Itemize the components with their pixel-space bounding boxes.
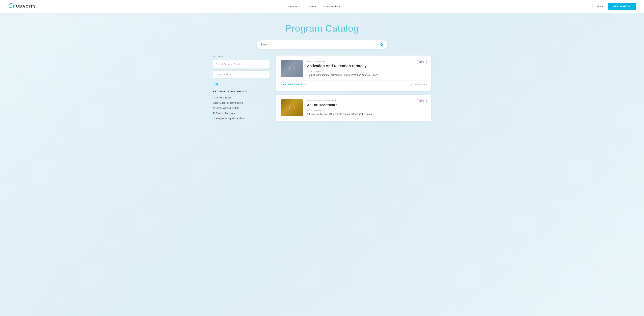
new-badge: NEW	[417, 60, 427, 64]
filter-by-label: FILTER BY	[213, 56, 270, 58]
chevron-down-icon: ▾	[299, 5, 301, 8]
card-top: School of Artificial Intelligence AI For…	[281, 99, 427, 116]
sign-in-link[interactable]: Sign In	[596, 5, 604, 8]
svg-line-1	[382, 45, 383, 46]
skills-text: Product Management, Activation Funnels, …	[307, 73, 427, 77]
search-container	[0, 40, 644, 56]
page-title: Program Catalog	[3, 23, 641, 34]
sidebar-item-ai-business[interactable]: AI for Business Leaders	[213, 105, 270, 110]
sidebar-item-ai-python[interactable]: AI Programming with Python	[213, 116, 270, 121]
main-nav: Programs ▾ Career ▾ For Enterprise ▾	[288, 5, 340, 8]
search-box	[256, 40, 388, 49]
card-content-activation: School of Business Activation And Retent…	[307, 60, 427, 77]
skills-label: Skills Covered	[307, 70, 427, 73]
hero-section: Program Catalog	[0, 13, 644, 40]
logo-text: UDACITY	[16, 4, 36, 8]
udacity-logo-icon	[8, 3, 14, 10]
sidebar-item-ai-product-manager[interactable]: AI Product Manager	[213, 110, 270, 116]
card-thumbnail-ai	[281, 99, 303, 116]
chevron-down-icon: ▾	[265, 63, 266, 66]
search-input[interactable]	[260, 43, 380, 46]
search-button[interactable]	[380, 43, 384, 46]
school-label: School of Business	[307, 60, 427, 63]
nav-right: Sign In GET STARTED	[592, 3, 636, 10]
chevron-down-icon: ▾	[339, 5, 340, 8]
difficulty-area: Intermediate	[410, 83, 427, 86]
search-icon	[380, 43, 384, 46]
program-card-ai-healthcare: NEW School of Artificial Intelligence AI…	[276, 94, 431, 121]
card-top: School of Business Activation And Retent…	[281, 60, 427, 77]
new-badge: NEW	[417, 99, 427, 103]
main-content: FILTER BY Select Program Details ▾ Indus…	[204, 56, 440, 131]
udacity-thumb-icon	[288, 65, 296, 72]
all-filter-label[interactable]: ALL	[213, 83, 220, 86]
chevron-down-icon: ▾	[265, 73, 266, 76]
skills-text: Artificial Intelligence, 2D Medical Imag…	[307, 112, 427, 116]
industry-skills-dropdown[interactable]: Industry Skills ▾	[213, 70, 270, 78]
all-section: ALL	[213, 83, 270, 86]
skills-label: Skills Covered	[307, 109, 427, 112]
program-details-link[interactable]: + PROGRAM DETAILS	[281, 83, 306, 86]
nav-career[interactable]: Career ▾	[307, 5, 316, 8]
card-content-ai-healthcare: School of Artificial Intelligence AI For…	[307, 99, 427, 116]
nav-divider	[592, 4, 592, 9]
difficulty-label: Intermediate	[414, 83, 427, 86]
logo-area[interactable]: UDACITY	[8, 3, 36, 10]
difficulty-icon	[410, 83, 413, 86]
sidebar-item-edge-ai[interactable]: Edge AI for IoT Developers	[213, 100, 270, 105]
nav-enterprise[interactable]: For Enterprise ▾	[322, 5, 340, 8]
select-program-details-dropdown[interactable]: Select Program Details ▾	[213, 60, 270, 68]
udacity-thumb-icon	[288, 104, 296, 111]
get-started-button[interactable]: GET STARTED	[608, 3, 636, 10]
chevron-down-icon: ▾	[315, 5, 316, 8]
sidebar-item-ai-healthcare[interactable]: AI for Healthcare	[213, 95, 270, 100]
header: UDACITY Programs ▾ Career ▾ For Enterpri…	[0, 0, 644, 13]
category-title: ARTIFICIAL INTELLIGENCE	[213, 90, 270, 92]
program-title: Activation And Retention Strategy	[307, 64, 427, 68]
school-label: School of Artificial Intelligence	[307, 99, 427, 102]
programs-list: NEW School of Business Activation And Re…	[276, 56, 431, 121]
sidebar: FILTER BY Select Program Details ▾ Indus…	[213, 56, 270, 121]
program-title: AI For Healthcare	[307, 103, 427, 107]
program-card-activation: NEW School of Business Activation And Re…	[276, 56, 431, 90]
category-artificial-intelligence: ARTIFICIAL INTELLIGENCE AI for Healthcar…	[213, 90, 270, 121]
card-footer-activation: + PROGRAM DETAILS Intermediate	[281, 80, 427, 86]
card-thumbnail-business	[281, 60, 303, 77]
nav-programs[interactable]: Programs ▾	[288, 5, 301, 8]
